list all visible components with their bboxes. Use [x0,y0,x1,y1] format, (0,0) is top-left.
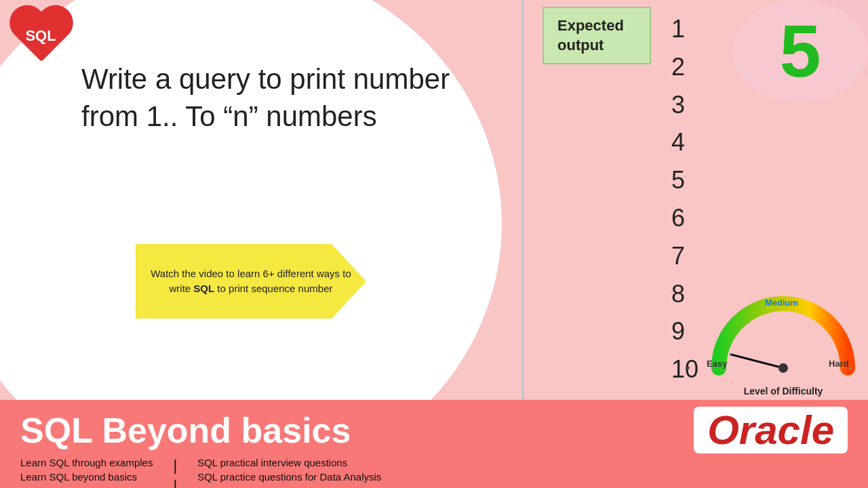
svg-line-5 [731,354,783,368]
gauge-level-label: Level of Difficulty [705,386,861,396]
arrow-text: Watch the video to learn 6+ different wa… [149,266,353,297]
link-learn-sql: Learn SQL through examples [20,457,153,468]
separators: | | [173,457,177,488]
link-data-analysis: SQL practice questions for Data Analysis [197,471,381,483]
arrow-body-text: Watch the video to learn 6+ different wa… [136,244,366,319]
arrow-box: Watch the video to learn 6+ different wa… [136,244,366,319]
link-learn-beyond: Learn SQL beyond basics [20,471,153,483]
expected-output-box: Expected output [542,7,651,64]
difficulty-gauge-container: 5 [732,0,868,102]
sep-1: | [173,457,177,474]
gauge-svg: * * Easy Medium Hard [705,293,861,382]
vertical-divider [522,0,524,400]
sep-2: | [173,477,177,488]
bottom-links: Learn SQL through examples Learn SQL bey… [20,457,848,488]
num-2: 2 [671,48,698,86]
bottom-bar: SQL Beyond basics Oracle Learn SQL throu… [0,400,868,488]
big-five: 5 [779,14,821,88]
sql-bold: SQL [193,283,214,294]
svg-text:Hard: Hard [829,359,849,369]
bottom-links-right: SQL practical interview questions SQL pr… [197,457,381,488]
num-6: 6 [671,199,698,237]
num-8: 8 [671,275,698,313]
num-4: 4 [671,123,698,161]
svg-point-6 [778,363,788,373]
dot-1: . [685,342,692,380]
main-container: SQL Write a query to print number from 1… [0,0,868,488]
svg-text:Easy: Easy [707,359,728,369]
sql-badge-text: SQL [7,27,75,45]
sql-heart-badge: SQL [7,7,75,71]
arrow-shape: Watch the video to learn 6+ different wa… [136,244,366,319]
bottom-main-row: SQL Beyond basics Oracle [20,407,848,453]
bottom-links-left: Learn SQL through examples Learn SQL bey… [20,457,153,488]
sql-beyond-basics-title: SQL Beyond basics [20,410,351,451]
gauge-area: * * Easy Medium Hard Level of Difficulty [705,293,861,396]
num-3: 3 [671,86,698,124]
question-text: Write a query to print number from 1.. T… [81,61,475,135]
link-interview: SQL practical interview questions [197,457,381,468]
svg-text:Medium: Medium [765,298,798,308]
num-5: 5 [671,161,698,199]
oracle-text: Oracle [694,407,848,453]
num-7: 7 [671,237,698,275]
svg-text:*: * [849,365,853,375]
output-numbers: 1 2 3 4 5 6 7 8 9 10 [671,10,698,388]
num-1: 1 [671,10,698,48]
